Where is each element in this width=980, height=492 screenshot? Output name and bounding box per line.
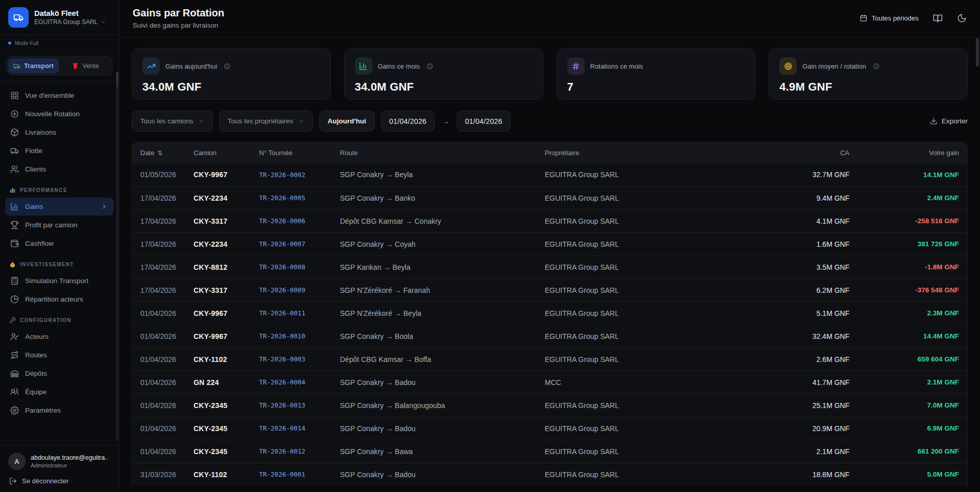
cell-truck: CKY-9967 bbox=[188, 325, 254, 348]
logout-label: Se déconnecter bbox=[22, 477, 69, 485]
cell-route: SGP Conakry → Beyla bbox=[335, 163, 540, 186]
user-profile[interactable]: A abdoulaye.traore@eguitra... Administra… bbox=[8, 453, 111, 470]
sidebar-item-label: Cashflow bbox=[25, 240, 54, 247]
table-header-row: Date⇅CamionN° TournéeRoutePropriétaireCA… bbox=[132, 142, 967, 163]
tour-link[interactable]: TR-2026-0009 bbox=[254, 279, 335, 302]
tour-link[interactable]: TR-2026-0003 bbox=[254, 348, 335, 371]
sidebar-scrollbar-thumb[interactable] bbox=[116, 72, 118, 87]
date-to-input[interactable]: 01/04/2026 bbox=[457, 111, 510, 132]
tour-link[interactable]: TR-2026-0010 bbox=[254, 325, 335, 348]
section-label: INVESTISSEMENT bbox=[20, 262, 74, 267]
period-filter-button[interactable]: Toutes périodes bbox=[860, 14, 919, 22]
pie-chart-icon bbox=[10, 295, 19, 304]
sidebar-item-label: Acteurs bbox=[25, 333, 49, 340]
mode-tab-transport[interactable]: Transport bbox=[8, 58, 59, 73]
tour-link[interactable]: TR-2026-0013 bbox=[254, 394, 335, 417]
tour-link[interactable]: TR-2026-0004 bbox=[254, 371, 335, 394]
table-row[interactable]: 01/04/2026CKY-1102TR-2026-0003Dépôt CBG … bbox=[132, 348, 967, 371]
sidebar-item-routes[interactable]: Routes bbox=[5, 346, 114, 364]
sort-icon[interactable]: ⇅ bbox=[157, 149, 162, 157]
table-row[interactable]: 17/04/2026CKY-3317TR-2026-0009SGP N'Zéré… bbox=[132, 279, 967, 302]
cell-truck: CKY-8812 bbox=[188, 255, 254, 279]
stat-label: Rotations ce mois bbox=[590, 62, 643, 70]
cell-truck: CKY-3317 bbox=[188, 279, 254, 302]
logout-icon bbox=[9, 477, 17, 485]
cell-owner: MCC bbox=[540, 371, 686, 394]
tour-link[interactable]: TR-2026-0001 bbox=[254, 463, 335, 486]
theme-toggle-button[interactable] bbox=[957, 13, 967, 23]
stat-label: Gains ce mois bbox=[378, 62, 420, 70]
sidebar-item-gains[interactable]: Gains bbox=[5, 198, 114, 216]
cell-ca: 1.6M GNF bbox=[686, 232, 855, 255]
bar-chart-icon bbox=[355, 57, 372, 75]
table-row[interactable]: 01/05/2026CKY-9967TR-2026-0002SGP Conakr… bbox=[132, 163, 967, 186]
sidebar-item-d-p-ts[interactable]: Dépôts bbox=[5, 365, 114, 382]
mode-indicator: Mode Full bbox=[0, 35, 119, 51]
stat-value: 7 bbox=[567, 80, 745, 94]
tour-link[interactable]: TR-2026-0008 bbox=[254, 255, 335, 279]
tour-link[interactable]: TR-2026-0002 bbox=[254, 163, 335, 186]
tour-link[interactable]: TR-2026-0014 bbox=[254, 417, 335, 440]
page-subtitle: Suivi des gains par livraison bbox=[133, 22, 224, 29]
main-scrollbar-thumb[interactable] bbox=[976, 38, 979, 67]
sidebar-item-simulation-transport[interactable]: Simulation Transport bbox=[5, 272, 114, 290]
truck-filter-dropdown[interactable]: Tous les camions bbox=[132, 111, 213, 132]
owner-filter-dropdown[interactable]: Tous les propriétaires bbox=[219, 111, 313, 132]
sidebar-item-acteurs[interactable]: Acteurs bbox=[5, 328, 114, 346]
sidebar-item-cashflow[interactable]: Cashflow bbox=[5, 234, 114, 252]
users-icon bbox=[10, 165, 19, 174]
tour-link[interactable]: TR-2026-0005 bbox=[254, 186, 335, 209]
table-row[interactable]: 01/04/2026GN 224TR-2026-0004SGP Conakry … bbox=[132, 371, 967, 394]
app-root: Datakö Fleet EGUITRA Group SARL Mode Ful… bbox=[0, 0, 980, 492]
table-row[interactable]: 17/04/2026CKY-2234TR-2026-0007SGP Conakr… bbox=[132, 232, 967, 255]
export-button[interactable]: Exporter bbox=[930, 117, 968, 125]
tour-link[interactable]: TR-2026-0006 bbox=[254, 209, 335, 232]
table-row[interactable]: 01/04/2026CKY-9967TR-2026-0010SGP Conakr… bbox=[132, 325, 967, 348]
cell-truck: CKY-2234 bbox=[188, 232, 254, 255]
sidebar-item-r-partition-acteurs[interactable]: Répartition acteurs bbox=[5, 290, 114, 308]
docs-button[interactable] bbox=[933, 13, 943, 23]
mode-tab-vente[interactable]: Vente bbox=[60, 58, 111, 73]
sidebar-item-flotte[interactable]: Flotte bbox=[5, 142, 114, 160]
sidebar-item-param-tres[interactable]: Paramètres bbox=[5, 401, 114, 419]
table-row[interactable]: 01/04/2026CKY-9967TR-2026-0011SGP N'Zéré… bbox=[132, 302, 967, 325]
content: Gains aujourd'hui34.0M GNFGains ce mois3… bbox=[119, 37, 980, 492]
date-from-input[interactable]: 01/04/2026 bbox=[381, 111, 435, 132]
table-row[interactable]: 01/04/2026CKY-2345TR-2026-0014SGP Conakr… bbox=[132, 417, 967, 440]
cell-owner: EGUITRA Group SARL bbox=[540, 417, 686, 440]
stat-card-top: Gain moyen / rotation bbox=[779, 57, 957, 75]
info-icon bbox=[224, 63, 230, 70]
column-header-ca: CA bbox=[686, 142, 855, 163]
table-row[interactable]: 17/04/2026CKY-2234TR-2026-0005SGP Conakr… bbox=[132, 186, 967, 209]
logout-button[interactable]: Se déconnecter bbox=[8, 477, 111, 485]
cell-truck: CKY-3317 bbox=[188, 209, 254, 232]
brand-header: Datakö Fleet EGUITRA Group SARL bbox=[0, 0, 119, 35]
tour-link[interactable]: TR-2026-0011 bbox=[254, 302, 335, 325]
sidebar-item-clients[interactable]: Clients bbox=[5, 160, 114, 178]
table-row[interactable]: 01/04/2026CKY-2345TR-2026-0012SGP Conakr… bbox=[132, 440, 967, 463]
org-switcher[interactable]: EGUITRA Group SARL bbox=[34, 18, 106, 26]
table-row[interactable]: 31/03/2026CKY-1102TR-2026-0001SGP Conakr… bbox=[132, 463, 967, 486]
sidebar-item-vue-d-ensemble[interactable]: Vue d'ensemble bbox=[5, 87, 114, 104]
moon-icon bbox=[957, 13, 967, 23]
cell-date: 01/04/2026 bbox=[132, 394, 188, 417]
table-row[interactable]: 17/04/2026CKY-8812TR-2026-0008SGP Kankan… bbox=[132, 255, 967, 279]
stat-value: 4.9M GNF bbox=[779, 80, 957, 94]
sidebar-item-profit-par-camion[interactable]: Profit par camion bbox=[5, 216, 114, 234]
cell-owner: EGUITRA Group SARL bbox=[540, 348, 686, 371]
table-row[interactable]: 17/04/2026CKY-3317TR-2026-0006Dépôt CBG … bbox=[132, 209, 967, 232]
cell-gain: 7.0M GNF bbox=[855, 394, 967, 417]
column-header-date[interactable]: Date⇅ bbox=[132, 142, 188, 163]
cell-owner: EGUITRA Group SARL bbox=[540, 440, 686, 463]
sidebar-item-nouvelle-rotation[interactable]: Nouvelle Rotation bbox=[5, 105, 114, 123]
tour-link[interactable]: TR-2026-0012 bbox=[254, 440, 335, 463]
tour-link[interactable]: TR-2026-0007 bbox=[254, 232, 335, 255]
cell-route: Dépôt CBG Kamsar → Conakry bbox=[335, 209, 540, 232]
today-button[interactable]: Aujourd'hui bbox=[319, 111, 375, 132]
table-row[interactable]: 01/04/2026CKY-2345TR-2026-0013SGP Conakr… bbox=[132, 394, 967, 417]
sidebar-item--quipe[interactable]: Équipe bbox=[5, 383, 114, 401]
sidebar-item-livraisons[interactable]: Livraisons bbox=[5, 123, 114, 141]
book-open-icon bbox=[933, 13, 943, 23]
cell-truck: CKY-2345 bbox=[188, 417, 254, 440]
sidebar-scrollbar-track[interactable] bbox=[116, 72, 118, 441]
